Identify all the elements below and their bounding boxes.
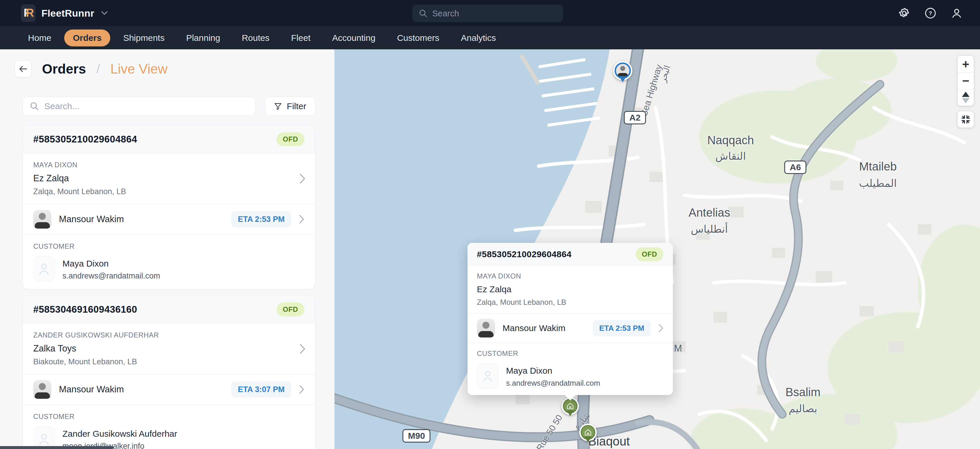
search-icon	[30, 102, 39, 111]
home-icon	[582, 426, 594, 439]
status-badge: OFD	[277, 302, 304, 316]
customer-section: CUSTOMER Maya Dixon s.andrews@randatmail…	[23, 235, 315, 289]
nav-item-home[interactable]: Home	[19, 29, 60, 46]
delivery-marker[interactable]	[579, 423, 597, 441]
map-label-antelias: Antelias	[689, 206, 730, 219]
street-label-partial-m: M	[674, 343, 682, 354]
customer-label: CUSTOMER	[477, 350, 663, 358]
compass-button[interactable]	[958, 89, 974, 106]
customer-label: CUSTOMER	[33, 412, 304, 421]
order-card[interactable]: #585305210029604864 OFD MAYA DIXON Ez Za…	[22, 125, 315, 289]
filter-button[interactable]: Filter	[265, 97, 315, 116]
pickup-address: Zalqa, Mount Lebanon, LB	[477, 298, 663, 307]
nav-item-accounting[interactable]: Accounting	[323, 29, 384, 46]
driver-row[interactable]: Mansour Wakim ETA 2:53 PM	[23, 204, 315, 235]
order-card-header[interactable]: #585304691609436160 OFD	[23, 296, 315, 323]
nav-item-fleet[interactable]: Fleet	[282, 29, 320, 46]
top-app-bar: F R FleetRunnr ?	[0, 0, 980, 26]
driver-name: Mansour Wakim	[503, 323, 585, 333]
gear-icon	[898, 7, 910, 19]
map-label-mtaileb-ar: المطيلب	[859, 177, 897, 190]
customer-section: CUSTOMER Zander Gusikowski Aufderhar moe…	[23, 404, 315, 449]
orders-search[interactable]	[22, 97, 256, 116]
road-shield-a2: A2	[624, 111, 646, 125]
collapse-arrows-icon	[961, 114, 970, 125]
zoom-in-button[interactable]: +	[958, 56, 974, 72]
order-id: #585305210029604864	[33, 134, 137, 145]
customer-email: s.andrews@randatmail.com	[62, 272, 160, 281]
pickup-title: Ez Zalqa	[477, 284, 663, 294]
map-label-antelias-ar: أنطلياس	[690, 223, 728, 235]
nav-item-routes[interactable]: Routes	[233, 29, 278, 46]
help-icon: ?	[924, 7, 937, 19]
chevron-right-icon	[299, 385, 304, 394]
chevron-down-icon	[101, 11, 108, 15]
home-icon	[564, 399, 577, 412]
global-search[interactable]	[412, 5, 563, 22]
orders-panel: Orders / Live View Filter #5853052100296…	[0, 50, 334, 449]
customer-name: Zander Gusikowski Aufderhar	[62, 429, 177, 439]
driver-avatar	[33, 210, 51, 228]
horizontal-scrollbar[interactable]	[0, 446, 114, 449]
pickup-section: MAYA DIXON Ez Zalqa Zalqa, Mount Lebanon…	[468, 266, 673, 313]
status-badge: OFD	[636, 247, 663, 261]
help-button[interactable]: ?	[924, 7, 937, 19]
breadcrumb-current: Live View	[111, 61, 168, 77]
driver-row[interactable]: Mansour Wakim ETA 2:53 PM	[468, 313, 673, 343]
eta-badge: ETA 2:53 PM	[593, 320, 651, 336]
breadcrumb-section[interactable]: Orders	[42, 61, 86, 77]
chevron-right-icon	[299, 214, 304, 224]
order-card-header[interactable]: #585305210029604864 OFD	[23, 125, 315, 153]
map-label-naqqach: Naqqach	[707, 134, 754, 147]
driver-name: Mansour Wakim	[59, 214, 224, 225]
pickup-name: MAYA DIXON	[33, 161, 304, 169]
driver-row[interactable]: Mansour Wakim ETA 3:07 PM	[23, 374, 315, 404]
user-icon	[951, 7, 963, 19]
road-shield-m90: M90	[402, 429, 431, 443]
live-map[interactable]: Naqqach النقاش Antelias أنطلياس Mtaileb …	[334, 50, 980, 449]
map-label-naqqach-ar: النقاش	[716, 150, 746, 162]
pickup-section[interactable]: MAYA DIXON Ez Zalqa Zalqa, Mount Lebanon…	[23, 153, 315, 204]
nav-item-analytics[interactable]: Analytics	[452, 29, 504, 46]
customer-name: Maya Dixon	[62, 259, 160, 268]
global-search-input[interactable]	[432, 9, 557, 18]
customer-avatar	[33, 427, 55, 449]
pickup-section[interactable]: ZANDER GUSIKOWSKI AUFDERHAR Zalka Toys B…	[23, 323, 315, 374]
brand[interactable]: F R FleetRunnr	[21, 4, 108, 22]
user-placeholder-icon	[38, 432, 50, 446]
logo-letter-r: R	[26, 7, 34, 19]
eta-badge: ETA 2:53 PM	[231, 211, 291, 227]
fit-bounds-button[interactable]	[957, 111, 974, 128]
nav-item-shipments[interactable]: Shipments	[115, 29, 173, 46]
driver-marker-photo	[616, 64, 629, 77]
order-id: #585305210029604864	[477, 249, 572, 259]
map-zoom-controls: + −	[957, 56, 974, 106]
app-title: FleetRunnr	[41, 8, 94, 19]
pickup-title: Zalka Toys	[33, 343, 304, 354]
pickup-name: ZANDER GUSIKOWSKI AUFDERHAR	[33, 331, 304, 339]
driver-location-marker[interactable]	[613, 61, 632, 80]
compass-south-icon	[962, 98, 969, 103]
map-order-popup[interactable]: #585305210029604864 OFD MAYA DIXON Ez Za…	[468, 243, 673, 395]
map-label-bsalim: Bsalim	[786, 386, 821, 399]
svg-text:?: ?	[929, 10, 932, 16]
order-card[interactable]: #585304691609436160 OFD ZANDER GUSIKOWSK…	[22, 295, 315, 449]
breadcrumb-separator: /	[97, 62, 100, 76]
driver-name: Mansour Wakim	[59, 384, 224, 395]
nav-item-planning[interactable]: Planning	[177, 29, 229, 46]
compass-north-icon	[962, 92, 969, 97]
back-button[interactable]	[14, 61, 32, 77]
orders-search-input[interactable]	[45, 101, 248, 111]
customer-label: CUSTOMER	[33, 242, 304, 251]
search-icon	[419, 9, 428, 18]
nav-item-customers[interactable]: Customers	[388, 29, 448, 46]
chevron-right-icon	[299, 173, 305, 184]
account-button[interactable]	[950, 7, 963, 19]
zoom-out-button[interactable]: −	[958, 72, 974, 89]
popup-header: #585305210029604864 OFD	[468, 243, 673, 266]
customer-name: Maya Dixon	[506, 366, 600, 376]
settings-button[interactable]	[898, 7, 911, 19]
user-placeholder-icon	[38, 262, 50, 276]
nav-item-orders[interactable]: Orders	[64, 29, 110, 46]
driver-avatar	[33, 380, 51, 399]
